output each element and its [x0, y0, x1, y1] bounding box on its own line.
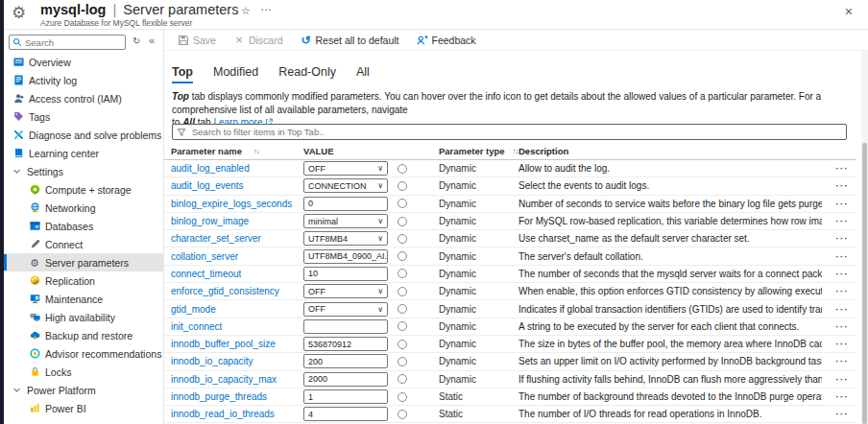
- row-context-menu-icon[interactable]: ···: [836, 305, 850, 315]
- row-context-menu-icon[interactable]: ···: [836, 375, 850, 385]
- value-input[interactable]: [303, 389, 388, 404]
- row-context-menu-icon[interactable]: ···: [836, 322, 850, 332]
- tab-all[interactable]: All: [356, 65, 370, 83]
- sidebar-item-connect[interactable]: Connect: [4, 235, 163, 253]
- scrollbar-thumb[interactable]: [862, 143, 867, 424]
- parameter-name-link[interactable]: init_connect: [171, 321, 222, 332]
- refresh-icon[interactable]: ↻: [133, 35, 140, 46]
- info-icon[interactable]: [398, 181, 407, 191]
- collapse-sidebar-icon[interactable]: «: [149, 35, 155, 46]
- sidebar-item-networking[interactable]: Networking: [4, 199, 163, 217]
- close-blade-icon[interactable]: ×: [845, 4, 853, 19]
- sidebar-item-databases[interactable]: Databases: [4, 217, 163, 235]
- tab-read-only[interactable]: Read-Only: [278, 65, 336, 83]
- save-button[interactable]: Save: [178, 35, 216, 46]
- info-icon[interactable]: [398, 234, 407, 244]
- row-context-menu-icon[interactable]: ···: [836, 200, 850, 209]
- sidebar-item-overview[interactable]: Overview: [4, 53, 163, 71]
- sidebar-item-server-parameters[interactable]: ⚙Server parameters: [4, 253, 163, 271]
- sidebar-item-power-bi[interactable]: Power BI: [4, 399, 163, 417]
- value-dropdown[interactable]: OFF∨: [303, 161, 388, 176]
- value-input[interactable]: [303, 354, 388, 368]
- sidebar-item-tags[interactable]: Tags: [4, 107, 163, 126]
- sort-arrows-icon[interactable]: ↑↓: [253, 147, 259, 155]
- info-icon[interactable]: [398, 251, 407, 261]
- sidebar-item-diagnose-and-solve-problems[interactable]: Diagnose and solve problems: [4, 126, 163, 144]
- value-input[interactable]: [303, 407, 388, 421]
- sidebar-item-high-availability[interactable]: High availability: [4, 308, 163, 326]
- parameter-name-link[interactable]: character_set_server: [171, 233, 261, 244]
- parameter-name-link[interactable]: audit_log_events: [171, 180, 244, 191]
- more-menu-icon[interactable]: …: [260, 0, 273, 13]
- column-header-parameter-name[interactable]: Parameter name↑↓: [164, 146, 303, 156]
- row-context-menu-icon[interactable]: ···: [836, 181, 850, 191]
- tab-modified[interactable]: Modified: [213, 65, 258, 83]
- row-context-menu-icon[interactable]: ···: [836, 410, 850, 419]
- row-context-menu-icon[interactable]: ···: [836, 392, 850, 402]
- row-context-menu-icon[interactable]: ···: [836, 270, 850, 279]
- value-dropdown[interactable]: minimal∨: [303, 214, 388, 228]
- row-context-menu-icon[interactable]: ···: [836, 357, 850, 366]
- info-icon[interactable]: [398, 321, 407, 331]
- row-context-menu-icon[interactable]: ···: [836, 234, 850, 244]
- info-icon[interactable]: [398, 217, 407, 226]
- sidebar-item-replication[interactable]: Replication: [4, 271, 163, 290]
- value-input[interactable]: [303, 337, 388, 351]
- info-icon[interactable]: [398, 374, 407, 384]
- info-icon[interactable]: [398, 287, 407, 296]
- info-icon[interactable]: [398, 304, 407, 314]
- value-dropdown[interactable]: UTF8MB4∨: [303, 231, 388, 246]
- column-header-parameter-type[interactable]: Parameter type↑↓: [439, 146, 518, 156]
- value-dropdown[interactable]: OFF∨: [303, 284, 388, 298]
- parameter-name-link[interactable]: innodb_io_capacity_max: [171, 374, 277, 385]
- value-dropdown[interactable]: UTF8MB4_0900_AI..∨: [303, 249, 388, 264]
- sidebar-item-access-control-iam-[interactable]: Access control (IAM): [4, 89, 163, 107]
- sidebar-section-settings[interactable]: Settings: [4, 162, 163, 180]
- parameter-name-link[interactable]: innodb_read_io_threads: [171, 409, 275, 419]
- reset-all-to-default-button[interactable]: ↺Reset all to default: [301, 35, 399, 46]
- tab-top[interactable]: Top: [172, 65, 193, 83]
- filter-box[interactable]: [172, 124, 847, 140]
- parameter-name-link[interactable]: audit_log_enabled: [171, 163, 250, 174]
- parameter-name-link[interactable]: collation_server: [171, 251, 238, 262]
- value-input[interactable]: [303, 197, 388, 211]
- parameter-name-link[interactable]: binlog_row_image: [171, 216, 249, 226]
- sort-arrows-icon[interactable]: ↑↓: [513, 147, 518, 155]
- parameter-name-link[interactable]: enforce_gtid_consistency: [171, 286, 279, 296]
- column-header-value[interactable]: VALUE: [303, 146, 395, 156]
- favorite-star-icon[interactable]: ☆: [241, 5, 251, 17]
- sidebar-section-power-platform[interactable]: Power Platform: [4, 381, 163, 399]
- sidebar-search-box[interactable]: [9, 35, 126, 50]
- row-context-menu-icon[interactable]: ···: [836, 217, 850, 226]
- info-icon[interactable]: [398, 357, 407, 366]
- row-context-menu-icon[interactable]: ···: [836, 164, 850, 174]
- value-dropdown[interactable]: OFF∨: [303, 302, 388, 317]
- value-input[interactable]: [303, 319, 388, 334]
- info-icon[interactable]: [398, 164, 407, 174]
- filter-input[interactable]: [190, 126, 842, 138]
- sidebar-item-maintenance[interactable]: Maintenance: [4, 290, 163, 308]
- parameter-name-link[interactable]: innodb_io_capacity: [171, 356, 253, 366]
- discard-button[interactable]: ×Discard: [233, 35, 283, 46]
- parameter-name-link[interactable]: connect_timeout: [171, 269, 241, 279]
- row-context-menu-icon[interactable]: ···: [836, 340, 850, 349]
- info-icon[interactable]: [398, 269, 407, 278]
- parameter-name-link[interactable]: gtid_mode: [171, 304, 216, 315]
- column-header-description[interactable]: Description: [518, 146, 822, 156]
- sidebar-item-learning-center[interactable]: Learning center: [4, 144, 163, 162]
- value-input[interactable]: [303, 372, 388, 387]
- row-context-menu-icon[interactable]: ···: [836, 287, 850, 296]
- info-icon[interactable]: [398, 410, 407, 419]
- feedback-button[interactable]: Feedback: [417, 35, 476, 46]
- parameter-name-link[interactable]: binlog_expire_logs_seconds: [171, 199, 292, 209]
- row-context-menu-icon[interactable]: ···: [836, 252, 850, 262]
- value-dropdown[interactable]: CONNECTION∨: [303, 178, 388, 193]
- sidebar-item-backup-and-restore[interactable]: Backup and restore: [4, 326, 163, 344]
- sidebar-item-compute-storage[interactable]: Compute + storage: [4, 180, 163, 199]
- sidebar-search-input[interactable]: [25, 37, 122, 48]
- value-input[interactable]: [303, 267, 388, 281]
- parameter-name-link[interactable]: innodb_buffer_pool_size: [171, 339, 276, 349]
- sidebar-item-activity-log[interactable]: Activity log: [4, 71, 163, 89]
- sidebar-item-advisor-recommendations[interactable]: Advisor recommendations: [4, 344, 163, 363]
- sidebar-item-locks[interactable]: Locks: [4, 363, 163, 381]
